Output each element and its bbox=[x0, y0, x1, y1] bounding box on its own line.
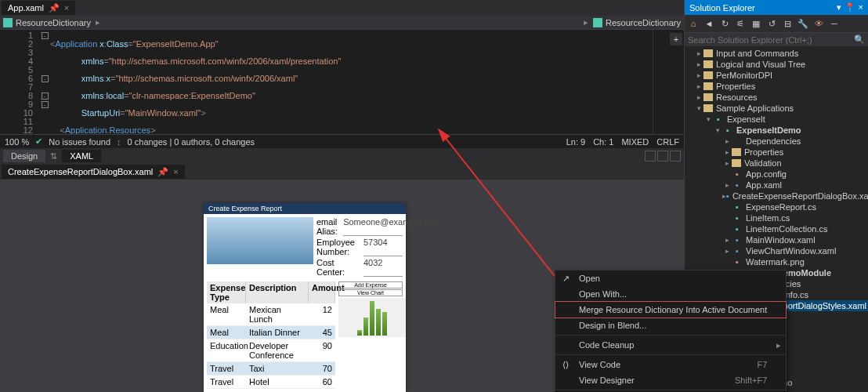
chevron-icon[interactable]: ▸ bbox=[722, 236, 732, 244]
chevron-icon[interactable]: ▸ bbox=[694, 82, 703, 90]
layout-icon[interactable] bbox=[657, 151, 668, 162]
ctx-open-with[interactable]: Open With... bbox=[555, 286, 786, 302]
solution-explorer-search[interactable]: 🔍 bbox=[685, 33, 868, 46]
ctx-design-blend[interactable]: Design in Blend... bbox=[555, 318, 786, 333]
chevron-icon[interactable]: ▸ bbox=[694, 49, 703, 57]
ctx-view-designer[interactable]: View DesignerShift+F7 bbox=[555, 372, 786, 388]
fold-toggle[interactable]: - bbox=[42, 93, 49, 100]
tree-item[interactable]: ▸Properties bbox=[685, 81, 868, 92]
breadcrumb-item[interactable]: ResourceDictionary bbox=[3, 18, 91, 27]
breadcrumb-item[interactable]: ResourceDictionary bbox=[593, 18, 681, 27]
designer-file-tab[interactable]: CreateExpenseReportDialogBox.xaml 📌 × bbox=[2, 165, 185, 179]
tree-item[interactable]: ▸Dependencies bbox=[685, 136, 868, 147]
issues-label[interactable]: No issues found bbox=[49, 137, 110, 147]
table-row: MealMexican Lunch12 bbox=[207, 303, 335, 326]
ctx-open[interactable]: ↗Open bbox=[555, 270, 786, 286]
sync-icon[interactable]: ↻ bbox=[718, 16, 732, 31]
tree-label: ExpenseItDemo bbox=[736, 125, 801, 135]
tree-item[interactable]: ▾Sample Applications bbox=[685, 103, 868, 114]
chevron-icon[interactable]: ▸ bbox=[722, 181, 732, 189]
tree-item[interactable]: ▾▪ExpenseItDemo bbox=[685, 125, 868, 136]
xaml-tab[interactable]: XAML bbox=[62, 150, 101, 162]
editor-tab-app-xaml[interactable]: App.xaml 📌 × bbox=[2, 1, 75, 15]
ctx-merge-resource-dictionary[interactable]: Merge Resource Dictionary Into Active Do… bbox=[555, 301, 787, 318]
tree-label: ViewChartWindow.xaml bbox=[746, 246, 836, 256]
eol-indicator[interactable]: CRLF bbox=[656, 137, 679, 147]
tree-item[interactable]: ▪App.config bbox=[685, 169, 868, 180]
chevron-icon[interactable]: ▸ bbox=[694, 93, 703, 101]
back-icon[interactable]: ◄ bbox=[702, 16, 716, 31]
tree-item[interactable]: ▸Input and Commands bbox=[685, 48, 868, 59]
chevron-icon[interactable]: ▸ bbox=[722, 247, 732, 255]
line-indicator[interactable]: Ln: 9 bbox=[566, 137, 585, 147]
tree-item[interactable]: ▸Properties bbox=[685, 147, 868, 158]
fold-toggle[interactable]: - bbox=[42, 101, 49, 108]
code-editor[interactable]: 12345678910111213141516171819202122 - - … bbox=[0, 30, 684, 134]
close-icon[interactable]: × bbox=[173, 167, 178, 176]
tree-item[interactable]: ▸Validation bbox=[685, 158, 868, 169]
designer-tab-bar: Design ⇅ XAML bbox=[0, 148, 684, 164]
add-expense-button[interactable]: Add Expense bbox=[338, 281, 403, 289]
dictionary-icon bbox=[3, 18, 13, 27]
chevron-icon[interactable]: ▸ bbox=[694, 71, 703, 79]
chevron-icon[interactable]: ▸ bbox=[722, 148, 732, 156]
chevron-icon[interactable]: ▾ bbox=[694, 104, 703, 112]
home-icon[interactable]: ⌂ bbox=[686, 16, 700, 31]
properties-icon[interactable]: 🔧 bbox=[796, 16, 810, 31]
indent-indicator[interactable]: MIXED bbox=[621, 137, 649, 147]
chevron-icon[interactable]: ▾ bbox=[713, 126, 722, 134]
fold-toggle[interactable]: - bbox=[42, 32, 49, 39]
add-icon[interactable]: + bbox=[670, 33, 682, 45]
design-tab[interactable]: Design bbox=[3, 150, 45, 162]
view-chart-button[interactable]: View Chart bbox=[338, 289, 403, 296]
ctx-view-code[interactable]: ⟨⟩View CodeF7 bbox=[555, 357, 786, 372]
fold-toggle[interactable]: - bbox=[42, 75, 49, 82]
changes-label[interactable]: 0 changes | 0 authors, 0 changes bbox=[128, 137, 255, 147]
tree-item[interactable]: ▸▪CreateExpenseReportDialogBox.xaml bbox=[685, 191, 868, 201]
file-icon: ▪ bbox=[713, 114, 724, 124]
pin-icon[interactable]: 📍 bbox=[844, 2, 855, 13]
ctx-code-cleanup[interactable]: Code Cleanup▸ bbox=[555, 337, 786, 353]
tree-item[interactable]: ▪ExpenseReport.cs bbox=[685, 201, 868, 212]
layout-icon[interactable] bbox=[645, 151, 656, 162]
dropdown-icon[interactable]: ▾ bbox=[837, 2, 841, 13]
tree-item[interactable]: ▪LineItemCollection.cs bbox=[685, 223, 868, 234]
swap-icon[interactable]: ⇅ bbox=[47, 151, 60, 162]
tree-item[interactable]: ▾▪ExpenseIt bbox=[685, 114, 868, 125]
preview-icon[interactable]: 👁 bbox=[812, 16, 826, 31]
grid-header: Expense TypeDescriptionAmount bbox=[207, 281, 335, 303]
chevron-icon[interactable]: ▸ bbox=[722, 159, 732, 167]
chevron-icon[interactable]: ▾ bbox=[703, 115, 713, 123]
chevron-right-icon: ▸ bbox=[776, 340, 781, 350]
refresh-icon[interactable]: ↺ bbox=[765, 16, 779, 31]
form-preview: Create Expense Report email Alias:Someon… bbox=[204, 203, 406, 392]
tree-item[interactable]: ▪LineItem.cs bbox=[685, 212, 868, 223]
minimap[interactable]: + bbox=[653, 30, 684, 134]
tree-item[interactable]: ▸Resources bbox=[685, 92, 868, 103]
open-icon: ↗ bbox=[560, 274, 571, 284]
tree-item[interactable]: ▸PerMonitorDPI bbox=[685, 70, 868, 81]
pin-icon[interactable]: 📌 bbox=[49, 3, 60, 13]
file-icon: ▪ bbox=[732, 213, 743, 223]
search-icon[interactable]: 🔍 bbox=[854, 34, 865, 45]
tree-item[interactable]: ▸▪MainWindow.xaml bbox=[685, 234, 868, 245]
tree-item[interactable]: ▸▪ViewChartWindow.xaml bbox=[685, 245, 868, 256]
search-input[interactable] bbox=[688, 35, 854, 45]
tree-item[interactable]: ▸▪App.xaml bbox=[685, 180, 868, 191]
filter-icon[interactable]: ⚟ bbox=[733, 16, 747, 31]
code-content[interactable]: <Application x:Class="ExpenseItDemo.App"… bbox=[50, 30, 653, 134]
close-icon[interactable]: × bbox=[859, 2, 863, 13]
tree-item[interactable]: ▸Logical and Visual Tree bbox=[685, 59, 868, 70]
layout-icon[interactable] bbox=[670, 151, 681, 162]
more-icon[interactable]: ─ bbox=[827, 16, 841, 31]
pin-icon[interactable]: 📌 bbox=[157, 167, 168, 177]
chevron-icon[interactable]: ▸ bbox=[694, 60, 703, 68]
tree-item[interactable]: ▪Watermark.png bbox=[685, 256, 868, 267]
close-icon[interactable]: × bbox=[64, 3, 69, 13]
zoom-level[interactable]: 100 % bbox=[5, 137, 29, 147]
chevron-icon[interactable]: ▸ bbox=[722, 137, 732, 145]
collapse-icon[interactable]: ⊟ bbox=[780, 16, 794, 31]
show-all-icon[interactable]: ▦ bbox=[749, 16, 763, 31]
tree-label: CreateExpenseReportDialogBox.xaml bbox=[732, 191, 868, 201]
col-indicator[interactable]: Ch: 1 bbox=[593, 137, 613, 147]
